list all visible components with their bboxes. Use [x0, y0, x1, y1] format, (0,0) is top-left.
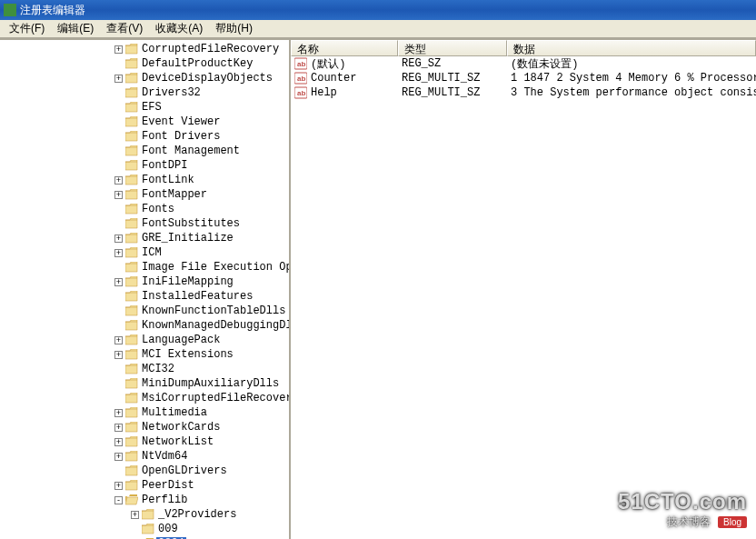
list-row[interactable]: abHelpREG_MULTI_SZ3 The System performan…	[291, 85, 756, 100]
tree-item[interactable]: +NtVdm64	[0, 449, 289, 464]
expand-icon[interactable]: +	[114, 191, 123, 199]
tree-item[interactable]: DefaultProductKey	[0, 56, 289, 71]
list-row[interactable]: abCounterREG_MULTI_SZ1 1847 2 System 4 M…	[291, 71, 756, 85]
tree-item-label[interactable]: FontSubstitutes	[140, 217, 242, 230]
tree-item[interactable]: +_V2Providers	[0, 507, 289, 522]
tree-item[interactable]: +DeviceDisplayObjects	[0, 71, 289, 85]
tree-item-label[interactable]: Image File Execution Op	[140, 261, 291, 274]
col-header-data[interactable]: 数据	[507, 40, 756, 56]
tree-item-label[interactable]: MiniDumpAuxiliaryDlls	[140, 377, 281, 390]
tree-item-label[interactable]: Font Management	[140, 145, 242, 157]
list-pane[interactable]: 名称 类型 数据 ab(默认)REG_SZ(数值未设置)abCounterREG…	[291, 40, 756, 539]
expand-icon[interactable]: +	[114, 176, 123, 185]
tree-pane[interactable]: +CorruptedFileRecoveryDefaultProductKey+…	[0, 40, 291, 539]
tree-item-label[interactable]: LanguagePack	[140, 334, 222, 346]
menu-favorites[interactable]: 收藏夹(A)	[150, 19, 208, 38]
tree-item[interactable]: EFS	[0, 100, 289, 115]
tree-item-label[interactable]: KnownFunctionTableDlls	[140, 304, 287, 317]
tree-item-label[interactable]: Multimedia	[140, 406, 209, 419]
tree-item-label[interactable]: NetworkCards	[140, 421, 222, 434]
tree-item[interactable]: Font Management	[0, 144, 289, 158]
tree-item-label[interactable]: _V2Providers	[156, 508, 238, 521]
tree-item[interactable]: +CorruptedFileRecovery	[0, 42, 289, 56]
tree-item[interactable]: Fonts	[0, 202, 289, 216]
titlebar: 注册表编辑器	[0, 0, 756, 20]
menu-file[interactable]: 文件(F)	[4, 19, 50, 38]
tree-item[interactable]: +NetworkList	[0, 434, 289, 449]
tree-item-label[interactable]: NtVdm64	[140, 450, 189, 463]
tree-item-label[interactable]: MsiCorruptedFileRecover	[140, 392, 291, 404]
tree-item[interactable]: Font Drivers	[0, 129, 289, 144]
menu-edit[interactable]: 编辑(E)	[52, 19, 99, 38]
tree-item[interactable]: Image File Execution Op	[0, 260, 289, 274]
tree-item[interactable]: +ICM	[0, 245, 289, 260]
folder-icon	[125, 44, 138, 55]
tree-item[interactable]: KnownFunctionTableDlls	[0, 304, 289, 318]
expand-icon[interactable]: +	[114, 278, 123, 286]
tree-item-label[interactable]: MCI32	[140, 363, 176, 375]
tree-item[interactable]: OpenGLDrivers	[0, 464, 289, 478]
tree-item-label[interactable]: DeviceDisplayObjects	[140, 72, 274, 85]
expand-icon[interactable]: +	[114, 438, 123, 446]
expand-icon[interactable]: +	[114, 482, 123, 490]
tree-item-label[interactable]: ICM	[140, 246, 164, 259]
tree-item-label[interactable]: FontLink	[140, 174, 196, 186]
tree-item-label[interactable]: InstalledFeatures	[140, 290, 254, 303]
tree-item-label[interactable]: FontDPI	[140, 159, 189, 172]
tree-item-label[interactable]: GRE_Initialize	[140, 232, 235, 245]
expand-icon[interactable]: +	[131, 511, 139, 519]
tree-item-label[interactable]: PeerDist	[140, 479, 196, 492]
tree-item-label[interactable]: 009	[156, 523, 180, 535]
tree-item-label[interactable]: FontMapper	[140, 188, 209, 201]
expand-icon[interactable]: +	[114, 453, 123, 461]
tree-item[interactable]: +Multimedia	[0, 405, 289, 420]
expand-icon[interactable]: +	[114, 409, 123, 417]
tree-item[interactable]: Event Viewer	[0, 115, 289, 129]
tree-item[interactable]: Drivers32	[0, 85, 289, 100]
tree-item-label[interactable]: NetworkList	[140, 435, 215, 448]
tree-item-label[interactable]: Fonts	[140, 203, 176, 215]
expand-icon[interactable]: +	[114, 75, 123, 83]
tree-item[interactable]: +MCI Extensions	[0, 347, 289, 362]
tree-item[interactable]: +GRE_Initialize	[0, 231, 289, 245]
tree-item[interactable]: +IniFileMapping	[0, 274, 289, 289]
col-header-type[interactable]: 类型	[398, 40, 507, 56]
expand-icon[interactable]: +	[114, 336, 123, 344]
tree-item[interactable]: MCI32	[0, 362, 289, 376]
tree-item-label[interactable]: Drivers32	[140, 86, 203, 99]
tree-item[interactable]: MiniDumpAuxiliaryDlls	[0, 376, 289, 391]
expand-icon[interactable]: +	[114, 249, 123, 257]
expand-icon[interactable]: +	[114, 351, 123, 359]
tree-item-label[interactable]: CorruptedFileRecovery	[140, 43, 281, 55]
expand-icon[interactable]: +	[114, 45, 123, 54]
tree-item-label[interactable]: EFS	[140, 101, 164, 114]
tree-item[interactable]: +NetworkCards	[0, 420, 289, 434]
folder-icon	[125, 364, 138, 374]
tree-item-label[interactable]: Font Drivers	[140, 130, 222, 143]
tree-item-label[interactable]: KnownManagedDebuggingDl	[140, 319, 291, 332]
menu-view[interactable]: 查看(V)	[101, 19, 148, 38]
list-row[interactable]: ab(默认)REG_SZ(数值未设置)	[291, 56, 756, 71]
tree-item-label[interactable]: MCI Extensions	[140, 348, 235, 361]
expand-icon[interactable]: +	[114, 235, 123, 243]
tree-item-label[interactable]: DefaultProductKey	[140, 57, 254, 70]
tree-item-label[interactable]: Event Viewer	[140, 115, 222, 128]
tree-item[interactable]: -Perflib	[0, 493, 289, 507]
tree-item[interactable]: +FontLink	[0, 173, 289, 187]
tree-item[interactable]: 009	[0, 522, 289, 536]
collapse-icon[interactable]: -	[114, 496, 123, 504]
tree-item[interactable]: +PeerDist	[0, 478, 289, 493]
menu-help[interactable]: 帮助(H)	[210, 19, 258, 38]
tree-item[interactable]: FontDPI	[0, 158, 289, 173]
expand-icon[interactable]: +	[114, 424, 123, 432]
tree-item[interactable]: MsiCorruptedFileRecover	[0, 391, 289, 405]
tree-item[interactable]: +FontMapper	[0, 187, 289, 202]
tree-item-label[interactable]: Perflib	[140, 494, 189, 506]
tree-item[interactable]: InstalledFeatures	[0, 289, 289, 304]
tree-item[interactable]: +LanguagePack	[0, 333, 289, 347]
col-header-name[interactable]: 名称	[291, 40, 398, 56]
tree-item-label[interactable]: IniFileMapping	[140, 275, 235, 288]
tree-item[interactable]: KnownManagedDebuggingDl	[0, 318, 289, 333]
tree-item-label[interactable]: OpenGLDrivers	[140, 464, 229, 477]
tree-item[interactable]: FontSubstitutes	[0, 216, 289, 231]
